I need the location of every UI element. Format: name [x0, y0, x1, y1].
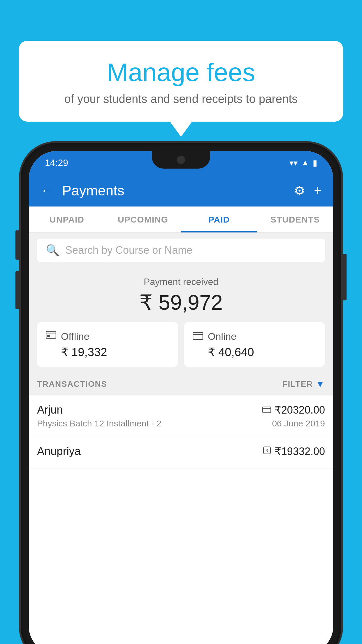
transaction-course: Physics Batch 12 Installment - 2: [37, 419, 161, 428]
transaction-row-bottom: Physics Batch 12 Installment - 2 06 June…: [37, 419, 325, 428]
transaction-name: Anupriya: [37, 445, 81, 458]
phone-frame: 14:29 ▾▾ ▲ ▮ ← Payments ⚙ + UNPAID: [21, 143, 341, 644]
tab-paid[interactable]: PAID: [181, 206, 257, 232]
tab-upcoming[interactable]: UPCOMING: [105, 206, 181, 232]
status-icons: ▾▾ ▲ ▮: [289, 158, 317, 168]
transaction-item[interactable]: Arjun ₹20320.00: [29, 396, 333, 437]
battery-icon: ▮: [313, 158, 317, 168]
transaction-payment-icon: [262, 405, 271, 415]
transaction-list: Arjun ₹20320.00: [29, 396, 333, 644]
filter-button[interactable]: FILTER ▼: [282, 379, 325, 389]
transactions-label: TRANSACTIONS: [37, 379, 107, 389]
app-bar-actions: ⚙ +: [294, 183, 321, 198]
transaction-item[interactable]: Anupriya ₹ ₹19332.00: [29, 437, 333, 468]
offline-type: Offline: [61, 331, 89, 342]
phone-outer: 14:29 ▾▾ ▲ ▮ ← Payments ⚙ + UNPAID: [21, 143, 341, 644]
phone-screen: 14:29 ▾▾ ▲ ▮ ← Payments ⚙ + UNPAID: [29, 151, 333, 644]
side-button-left2: [15, 271, 19, 309]
svg-text:₹: ₹: [266, 448, 268, 453]
back-button[interactable]: ←: [41, 183, 53, 198]
filter-icon: ▼: [316, 379, 325, 389]
offline-icon: [46, 330, 56, 342]
online-card-header: Online: [193, 330, 316, 342]
tabs-bar: UNPAID UPCOMING PAID STUDENTS: [29, 206, 333, 233]
app-bar: ← Payments ⚙ +: [29, 174, 333, 206]
speech-bubble: Manage fees of your students and send re…: [19, 41, 343, 122]
online-icon: [193, 330, 203, 342]
status-time: 14:29: [45, 158, 68, 168]
search-input[interactable]: Search by Course or Name: [65, 244, 192, 256]
svg-rect-6: [263, 407, 271, 413]
camera: [177, 156, 185, 164]
offline-amount: ₹ 19,332: [46, 345, 169, 359]
manage-fees-title: Manage fees: [36, 58, 326, 87]
online-amount: ₹ 40,640: [193, 345, 316, 359]
payment-received-label: Payment received: [37, 276, 325, 287]
transactions-header: TRANSACTIONS FILTER ▼: [29, 373, 333, 396]
online-payment-card: Online ₹ 40,640: [184, 322, 325, 367]
speech-bubble-container: Manage fees of your students and send re…: [19, 41, 343, 122]
svg-rect-2: [47, 335, 50, 337]
transaction-amount-container: ₹ ₹19332.00: [263, 445, 325, 458]
transaction-payment-icon: ₹: [263, 446, 271, 456]
manage-fees-subtitle: of your students and send receipts to pa…: [36, 92, 326, 106]
online-type: Online: [208, 331, 236, 342]
app-bar-title: Payments: [62, 183, 294, 199]
wifi-icon: ▾▾: [289, 158, 298, 168]
svg-rect-0: [46, 331, 56, 338]
transaction-date: 06 June 2019: [272, 419, 325, 428]
payment-summary: Payment received ₹ 59,972: [29, 268, 333, 373]
search-bar[interactable]: 🔍 Search by Course or Name: [37, 239, 325, 262]
transaction-row-top: Anupriya ₹ ₹19332.00: [37, 445, 325, 458]
phone-notch: [152, 151, 210, 169]
transaction-amount: ₹19332.00: [275, 445, 325, 458]
side-button-left: [15, 230, 19, 260]
transaction-amount: ₹20320.00: [275, 404, 325, 416]
payment-cards: Offline ₹ 19,332: [37, 322, 325, 367]
transaction-row-top: Arjun ₹20320.00: [37, 404, 325, 416]
search-container: 🔍 Search by Course or Name: [29, 233, 333, 268]
signal-icon: ▲: [301, 158, 309, 167]
plus-icon[interactable]: +: [314, 183, 321, 198]
tab-students[interactable]: STUDENTS: [257, 206, 333, 232]
offline-card-header: Offline: [46, 330, 169, 342]
search-icon: 🔍: [46, 244, 59, 257]
gear-icon[interactable]: ⚙: [294, 183, 305, 198]
filter-label: FILTER: [282, 379, 313, 389]
transaction-amount-container: ₹20320.00: [262, 404, 325, 416]
tab-unpaid[interactable]: UNPAID: [29, 206, 105, 232]
payment-total-amount: ₹ 59,972: [37, 290, 325, 315]
content-area: 🔍 Search by Course or Name Payment recei…: [29, 233, 333, 644]
side-button-right: [343, 254, 347, 300]
transaction-name: Arjun: [37, 404, 63, 416]
offline-payment-card: Offline ₹ 19,332: [37, 322, 178, 367]
